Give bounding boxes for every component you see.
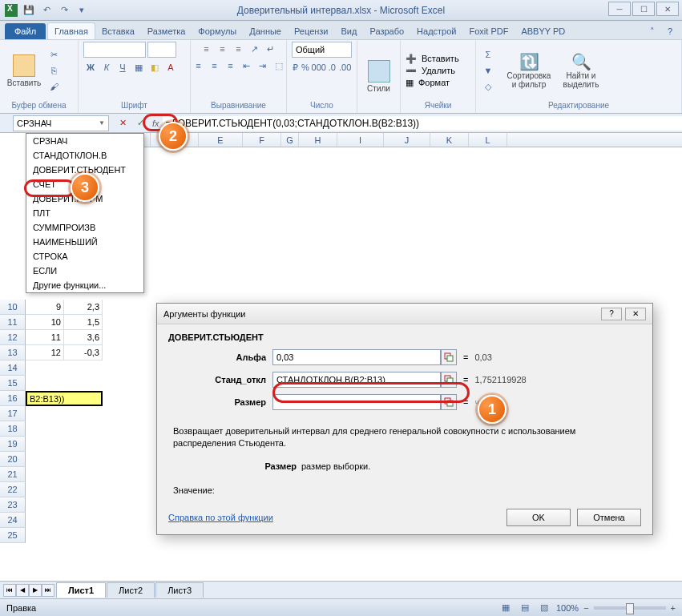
underline-icon[interactable]: Ч — [115, 60, 130, 74]
tab-review[interactable]: Рецензи — [288, 23, 335, 39]
arg-input[interactable] — [272, 372, 441, 388]
inc-dec-icon[interactable]: .0 — [328, 60, 337, 74]
cell[interactable]: 2,3 — [64, 300, 103, 315]
cell[interactable]: 9 — [26, 300, 64, 315]
align-right-icon[interactable]: ≡ — [224, 58, 238, 73]
row-header[interactable]: 20 — [0, 452, 26, 467]
qat-more-icon[interactable]: ▾ — [75, 4, 88, 17]
tab-abbyy[interactable]: ABBYY PD — [515, 23, 571, 39]
ok-button[interactable]: OK — [506, 509, 571, 526]
fontsize-combo[interactable] — [147, 42, 176, 58]
tab-addins[interactable]: Надстрой — [410, 23, 462, 39]
find-button[interactable]: 🔍Найти и выделить — [558, 50, 604, 91]
range-selector-icon[interactable] — [441, 349, 457, 365]
chevron-down-icon[interactable]: ▼ — [99, 119, 105, 127]
cells-delete[interactable]: ➖Удалить — [406, 66, 455, 76]
tab-formulas[interactable]: Формулы — [192, 23, 243, 39]
dropdown-item[interactable]: ПЛТ — [26, 206, 143, 220]
sheet-tab[interactable]: Лист1 — [56, 582, 106, 598]
font-combo[interactable] — [83, 42, 146, 58]
formula-input[interactable] — [163, 116, 682, 131]
number-format-combo[interactable] — [292, 42, 352, 58]
row-header[interactable]: 23 — [0, 497, 26, 513]
cell[interactable]: 11 — [26, 330, 64, 345]
fx-icon[interactable]: fx — [152, 119, 159, 128]
dropdown-item[interactable]: ЕСЛИ — [26, 264, 143, 278]
col-header[interactable]: K — [430, 133, 469, 147]
indent-inc-icon[interactable]: ⇥ — [256, 58, 270, 73]
dropdown-item[interactable]: НАИМЕНЬШИЙ — [26, 235, 143, 249]
arg-input[interactable] — [272, 349, 441, 365]
cell[interactable]: 10 — [26, 315, 64, 330]
sheet-tab[interactable]: Лист2 — [107, 582, 155, 598]
dropdown-item[interactable]: СТАНДОТКЛОН.В — [26, 148, 143, 163]
row-header[interactable]: 17 — [0, 406, 26, 421]
row-header[interactable]: 13 — [0, 345, 26, 360]
zoom-in-icon[interactable]: + — [671, 603, 676, 613]
save-icon[interactable]: 💾 — [22, 4, 35, 17]
help-link[interactable]: Справка по этой функции — [168, 513, 273, 522]
col-header[interactable]: H — [299, 133, 337, 147]
dropdown-item[interactable]: СУММПРОИЗВ — [26, 220, 143, 235]
active-cell[interactable]: B2:B13)) — [26, 391, 103, 406]
cell[interactable]: -0,3 — [64, 345, 103, 360]
col-header[interactable]: I — [337, 133, 384, 147]
comma-icon[interactable]: 000 — [312, 60, 326, 74]
dropdown-item[interactable]: СРЗНАЧ — [26, 134, 143, 148]
wrap-icon[interactable]: ↵ — [264, 42, 278, 56]
row-header[interactable]: 11 — [0, 315, 26, 330]
row-header[interactable]: 15 — [0, 376, 26, 391]
format-painter-icon[interactable]: 🖌 — [46, 79, 61, 94]
align-bot-icon[interactable]: ≡ — [232, 42, 246, 56]
bold-icon[interactable]: Ж — [83, 60, 98, 74]
tab-data[interactable]: Данные — [243, 23, 288, 39]
dialog-close-icon[interactable]: ✕ — [625, 308, 646, 320]
help-icon[interactable]: ? — [663, 24, 677, 38]
row-header[interactable]: 18 — [0, 421, 26, 437]
last-sheet-icon[interactable]: ⏭ — [42, 584, 54, 597]
align-left-icon[interactable]: ≡ — [192, 58, 206, 73]
autosum-icon[interactable]: Σ — [481, 47, 495, 62]
file-tab[interactable]: Файл — [5, 23, 46, 39]
maximize-button[interactable]: ☐ — [632, 2, 655, 16]
tab-dev[interactable]: Разрабо — [363, 23, 410, 39]
view-normal-icon[interactable]: ▦ — [498, 601, 513, 615]
row-header[interactable]: 10 — [0, 300, 26, 315]
merge-icon[interactable]: ⬚ — [272, 58, 286, 73]
tab-home[interactable]: Главная — [47, 22, 95, 39]
tab-foxit[interactable]: Foxit PDF — [463, 23, 515, 39]
row-header[interactable]: 16 — [0, 391, 26, 406]
cancel-formula-icon[interactable]: ✕ — [115, 116, 130, 131]
copy-icon[interactable]: ⎘ — [46, 63, 61, 78]
col-header[interactable]: G — [281, 133, 299, 147]
first-sheet-icon[interactable]: ⏮ — [3, 584, 16, 597]
italic-icon[interactable]: К — [99, 60, 114, 74]
currency-icon[interactable]: ₽ — [292, 60, 299, 74]
col-header[interactable]: F — [243, 133, 281, 147]
col-header[interactable]: J — [384, 133, 430, 147]
tab-view[interactable]: Вид — [335, 23, 364, 39]
cell[interactable]: 1,5 — [64, 315, 103, 330]
cells-insert[interactable]: ➕Вставить — [406, 54, 459, 64]
row-header[interactable]: 24 — [0, 513, 26, 528]
align-mid-icon[interactable]: ≡ — [216, 42, 230, 56]
view-pagebreak-icon[interactable]: ▧ — [537, 601, 551, 615]
name-box[interactable]: СРЗНАЧ ▼ — [13, 115, 109, 131]
indent-dec-icon[interactable]: ⇤ — [240, 58, 254, 73]
prev-sheet-icon[interactable]: ◀ — [16, 584, 29, 597]
range-selector-icon[interactable] — [441, 394, 457, 410]
row-header[interactable]: 12 — [0, 330, 26, 345]
row-header[interactable]: 25 — [0, 528, 26, 543]
font-color-icon[interactable]: A — [163, 60, 178, 74]
fill-color-icon[interactable]: ◧ — [147, 60, 162, 74]
dropdown-item[interactable]: Другие функции... — [26, 278, 143, 292]
arg-input[interactable] — [272, 394, 441, 410]
range-selector-icon[interactable] — [441, 372, 457, 388]
align-center-icon[interactable]: ≡ — [208, 58, 222, 73]
cells-format[interactable]: ▦Формат — [406, 78, 450, 88]
row-header[interactable]: 22 — [0, 482, 26, 497]
close-button[interactable]: ✕ — [656, 2, 679, 16]
row-header[interactable]: 19 — [0, 437, 26, 452]
styles-button[interactable]: Стили — [362, 58, 395, 95]
dec-dec-icon[interactable]: .00 — [338, 60, 352, 74]
